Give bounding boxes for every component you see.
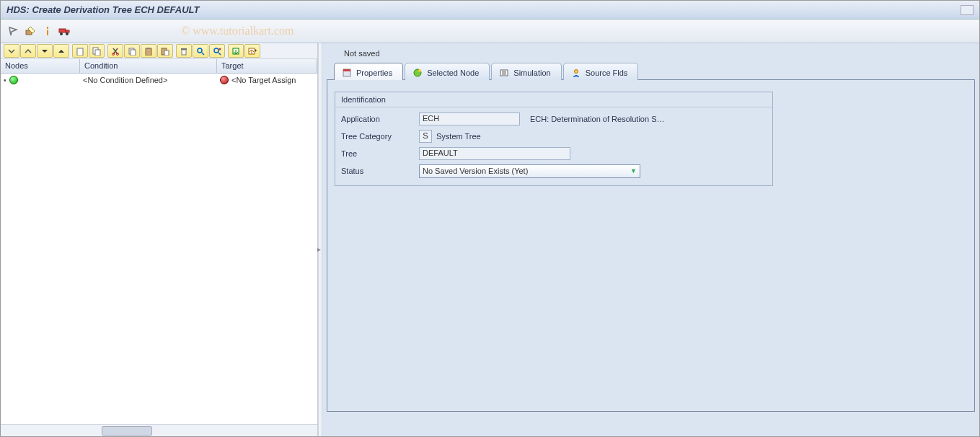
svg-point-20: [198, 48, 202, 53]
svg-rect-7: [77, 48, 83, 56]
tree-header: Nodes Condition Target: [1, 59, 317, 74]
info-icon[interactable]: [41, 25, 54, 37]
pane-splitter[interactable]: [318, 43, 322, 436]
cut-icon[interactable]: [107, 44, 123, 58]
tab-label: Properties: [356, 69, 392, 77]
copy-icon[interactable]: [124, 44, 140, 58]
svg-point-35: [574, 70, 578, 74]
tab-source-flds[interactable]: Source Flds: [563, 63, 639, 80]
svg-rect-1: [47, 27, 48, 29]
expand-node-icon[interactable]: [4, 44, 19, 58]
source-flds-icon: [571, 68, 581, 78]
tab-label: Source Flds: [586, 69, 628, 77]
transport-icon[interactable]: [58, 25, 71, 37]
window-title-bar: HDS: Create Derivation Tree ECH DEFAULT: [1, 1, 979, 19]
paste-subnode-icon[interactable]: [157, 44, 173, 58]
svg-rect-28: [343, 69, 350, 71]
status-value: No Saved Version Exists (Yet): [423, 167, 528, 175]
app-toolbar: © www.tutorialkart.com: [1, 19, 979, 43]
status-label: Status: [340, 167, 419, 175]
tab-label: Simulation: [513, 69, 550, 77]
tab-selected-node[interactable]: Selected Node: [405, 63, 490, 80]
scrollbar-thumb[interactable]: [102, 426, 152, 436]
tree-row[interactable]: • <No Condition Defined> <No Target Assi…: [1, 74, 317, 87]
move-up-icon[interactable]: [53, 44, 69, 58]
tree-pane: Nodes Condition Target • <No Condition D…: [1, 43, 318, 436]
svg-rect-13: [131, 50, 136, 56]
tab-content: Identification Application ECH ECH: Dete…: [327, 80, 975, 412]
display-change-icon[interactable]: [24, 25, 37, 37]
create-subnode-icon[interactable]: [89, 44, 105, 58]
col-header-nodes[interactable]: Nodes: [1, 59, 80, 73]
select-other-tree-icon[interactable]: [6, 25, 19, 37]
status-select[interactable]: No Saved Version Exists (Yet) ▼: [419, 164, 640, 178]
svg-point-22: [214, 48, 218, 53]
tab-label: Selected Node: [427, 69, 479, 77]
tree-toolbar: [1, 43, 317, 59]
target-cell: <No Target Assign: [231, 76, 296, 84]
svg-rect-9: [95, 50, 100, 56]
svg-rect-3: [59, 29, 66, 32]
svg-point-5: [60, 32, 63, 35]
category-code-field[interactable]: S: [419, 130, 432, 143]
svg-rect-2: [47, 30, 48, 35]
svg-point-6: [66, 32, 69, 35]
svg-rect-17: [164, 50, 169, 56]
svg-line-21: [202, 53, 204, 55]
create-node-icon[interactable]: [72, 44, 88, 58]
save-status: Not saved: [322, 43, 979, 62]
tab-simulation[interactable]: Simulation: [491, 63, 561, 80]
horizontal-scrollbar[interactable]: [1, 424, 317, 436]
selected-node-icon: [412, 68, 423, 78]
window-menu-icon[interactable]: [961, 5, 974, 15]
status-red-icon: [220, 76, 229, 84]
search-icon[interactable]: [193, 44, 208, 58]
identification-panel: Identification Application ECH ECH: Dete…: [335, 92, 773, 186]
category-label: Tree Category: [340, 132, 419, 141]
delete-icon[interactable]: [176, 44, 192, 58]
svg-rect-4: [66, 30, 69, 32]
svg-rect-14: [146, 48, 151, 56]
col-header-target[interactable]: Target: [217, 59, 317, 73]
application-desc: ECH: Determination of Resolution S…: [530, 115, 664, 123]
simulation-icon: [499, 68, 509, 78]
bullet-icon: •: [4, 76, 6, 84]
svg-point-24: [219, 48, 221, 50]
svg-line-23: [218, 53, 221, 55]
tree-field[interactable]: DEFAULT: [419, 147, 570, 160]
tab-strip: Properties Selected Node Simulation Sour…: [327, 62, 975, 80]
condition-cell: <No Condition Defined>: [80, 75, 217, 85]
svg-rect-15: [147, 48, 150, 49]
category-text: System Tree: [436, 132, 481, 141]
tree-body[interactable]: • <No Condition Defined> <No Target Assi…: [1, 74, 317, 436]
chevron-down-icon: ▼: [630, 167, 637, 175]
panel-title: Identification: [335, 92, 772, 107]
application-label: Application: [340, 115, 419, 123]
svg-rect-18: [182, 50, 186, 55]
tree-label: Tree: [340, 149, 419, 158]
svg-point-30: [418, 69, 421, 72]
application-field[interactable]: ECH: [419, 112, 520, 125]
col-header-condition[interactable]: Condition: [80, 59, 217, 73]
paste-icon[interactable]: [141, 44, 156, 58]
move-down-icon[interactable]: [37, 44, 53, 58]
properties-icon: [342, 68, 352, 78]
export-icon[interactable]: [244, 44, 260, 58]
collapse-node-icon[interactable]: [20, 44, 36, 58]
tab-properties[interactable]: Properties: [334, 63, 403, 80]
watermark-text: © www.tutorialkart.com: [181, 25, 293, 37]
svg-rect-19: [181, 48, 187, 50]
window-title: HDS: Create Derivation Tree ECH DEFAULT: [6, 4, 200, 15]
detail-pane: Not saved Properties Selected Node Simul…: [322, 43, 979, 436]
import-icon[interactable]: [228, 44, 244, 58]
search-next-icon[interactable]: [209, 44, 225, 58]
status-green-icon: [9, 76, 18, 84]
